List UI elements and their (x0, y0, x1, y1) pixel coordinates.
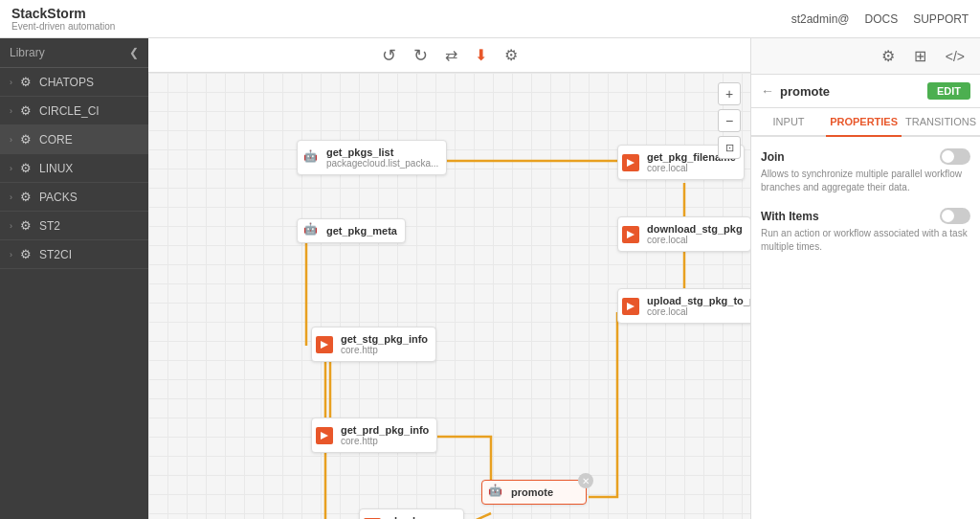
panel-header: ← promote EDIT (751, 75, 980, 108)
brand: StackStorm Event-driven automation (11, 6, 115, 32)
sidebar-item-packs[interactable]: › ⚙ PACKS (0, 183, 148, 212)
panel-tabs: INPUT PROPERTIES TRANSITIONS (751, 108, 980, 137)
tab-properties[interactable]: PROPERTIES (826, 108, 902, 137)
node-pack: packagecloud.list_packa... (326, 158, 438, 169)
node-checksum[interactable]: checksum core.noop (359, 508, 464, 519)
node-icon-robot: 🤖 (303, 149, 321, 167)
sidebar-item-chatops[interactable]: › ⚙ CHATOPS (0, 68, 148, 97)
prop-join-label: Join (761, 148, 970, 165)
sidebar-item-icon-core: ⚙ (20, 132, 32, 147)
sidebar-item-label-core: CORE (39, 133, 73, 147)
support-link[interactable]: SUPPORT (913, 12, 969, 26)
sidebar-item-icon-linux: ⚙ (20, 161, 32, 175)
redo-button[interactable]: ↻ (410, 41, 432, 70)
user-menu[interactable]: st2admin@ (791, 12, 850, 26)
join-toggle[interactable] (940, 148, 970, 165)
auto-layout-button[interactable]: ⇄ (441, 42, 461, 68)
brand-title: StackStorm (11, 6, 115, 21)
sidebar-item-icon-chatops: ⚙ (20, 75, 32, 89)
node-download-stg-pkg[interactable]: download_stg_pkg core.local (617, 216, 750, 252)
node-promote[interactable]: 🤖 promote ✕ (481, 480, 587, 505)
node-get-stg-pkg-info[interactable]: get_stg_pkg_info core.http (311, 327, 436, 362)
grid-button[interactable]: ⊞ (908, 44, 932, 68)
node-icon-action (622, 154, 639, 171)
sidebar-title: Library (10, 46, 45, 59)
sidebar-item-icon-packs: ⚙ (20, 190, 32, 204)
node-get-pkg-meta[interactable]: 🤖 get_pkg_meta (297, 218, 406, 243)
sidebar-item-st2[interactable]: › ⚙ ST2 (0, 212, 148, 240)
chevron-icon: › (10, 78, 12, 87)
zoom-fit-button[interactable]: ⊡ (718, 136, 741, 159)
sidebar-item-circle-ci[interactable]: › ⚙ CIRCLE_CI (0, 97, 148, 125)
node-pack: core.local (647, 306, 750, 317)
node-pack: core.local (647, 235, 743, 245)
right-panel: ⚙ ⊞ </> ← promote EDIT INPUT PROPERTIES … (750, 38, 980, 519)
prop-with-items-desc: Run an action or workflow associated wit… (761, 227, 970, 254)
chevron-icon: › (10, 250, 12, 260)
zoom-controls: + − ⊡ (718, 82, 741, 159)
prop-join: Join Allows to synchronize multiple para… (761, 148, 970, 194)
zoom-in-button[interactable]: + (718, 82, 741, 105)
brand-subtitle: Event-driven automation (11, 21, 115, 32)
node-name: checksum (389, 515, 456, 519)
panel-title: promote (780, 84, 922, 99)
tab-transitions[interactable]: TRANSITIONS (902, 108, 980, 137)
sidebar-collapse-icon[interactable]: ❮ (129, 46, 139, 59)
chevron-icon: › (10, 164, 12, 173)
zoom-out-button[interactable]: − (718, 109, 741, 132)
svg-marker-1 (627, 231, 635, 238)
sidebar-item-label-linux: LINUX (39, 162, 73, 175)
docs-link[interactable]: DOCS (865, 12, 899, 26)
back-button[interactable]: ← (761, 83, 774, 99)
sidebar-item-label-packs: PACKS (39, 191, 78, 204)
workflow-canvas[interactable]: 🤖 get_pkgs_list packagecloud.list_packa.… (148, 73, 750, 519)
node-icon-action (622, 226, 639, 243)
chevron-icon: › (10, 221, 12, 231)
prop-with-items: With Items Run an action or workflow ass… (761, 208, 970, 254)
edit-button[interactable]: EDIT (927, 82, 970, 100)
chevron-icon: › (10, 106, 12, 116)
node-pack: core.http (341, 345, 428, 355)
panel-content: Join Allows to synchronize multiple para… (751, 137, 980, 519)
node-pack: core.local (647, 163, 736, 173)
node-icon-robot: 🤖 (488, 484, 505, 501)
node-name: get_pkg_meta (326, 225, 397, 237)
sidebar-header: Library ❮ (0, 38, 148, 68)
sidebar-item-label-chatops: CHATOPS (39, 76, 94, 89)
node-pack: core.http (341, 436, 429, 446)
sidebar-item-label-st2ci: ST2CI (39, 248, 72, 261)
sidebar-item-core[interactable]: › ⚙ CORE (0, 125, 148, 154)
sidebar-item-label-st2: ST2 (39, 219, 60, 233)
node-icon-action (316, 427, 333, 444)
node-name: get_pkgs_list (326, 147, 438, 158)
sidebar-item-icon-st2: ⚙ (20, 218, 32, 233)
code-button[interactable]: </> (940, 46, 970, 67)
right-panel-toolbar: ⚙ ⊞ </> (751, 38, 980, 75)
chevron-icon: › (10, 135, 12, 145)
node-name: get_stg_pkg_info (341, 333, 428, 345)
sidebar-item-linux[interactable]: › ⚙ LINUX (0, 154, 148, 183)
svg-marker-5 (321, 432, 328, 440)
node-name: upload_stg_pkg_to_prd (647, 295, 750, 306)
node-icon-robot: 🤖 (303, 222, 321, 239)
download-button[interactable]: ⬇ (471, 42, 491, 68)
settings-button[interactable]: ⚙ (501, 42, 522, 68)
sidebar-item-icon-st2ci: ⚙ (20, 247, 32, 261)
chevron-icon: › (10, 192, 12, 202)
svg-marker-2 (321, 341, 328, 349)
sidebar: Library ❮ › ⚙ CHATOPS › ⚙ CIRCLE_CI › ⚙ … (0, 38, 148, 519)
tab-input[interactable]: INPUT (751, 108, 826, 137)
close-node-button[interactable]: ✕ (578, 473, 593, 488)
canvas-toolbar: ↺ ↻ ⇄ ⬇ ⚙ (148, 38, 750, 73)
node-name: promote (511, 486, 578, 498)
with-items-toggle[interactable] (940, 208, 970, 224)
prop-join-desc: Allows to synchronize multiple parallel … (761, 168, 970, 194)
prop-with-items-label: With Items (761, 208, 970, 224)
sidebar-item-st2ci[interactable]: › ⚙ ST2CI (0, 240, 148, 269)
header: StackStorm Event-driven automation st2ad… (0, 0, 980, 38)
gear-button[interactable]: ⚙ (876, 44, 901, 68)
undo-button[interactable]: ↺ (378, 41, 400, 70)
node-get-prd-pkg-info[interactable]: get_prd_pkg_info core.http (311, 417, 437, 453)
node-upload-stg-pkg-to-prd[interactable]: upload_stg_pkg_to_prd core.local (617, 288, 750, 324)
node-get-pkgs-list[interactable]: 🤖 get_pkgs_list packagecloud.list_packa.… (297, 140, 447, 175)
